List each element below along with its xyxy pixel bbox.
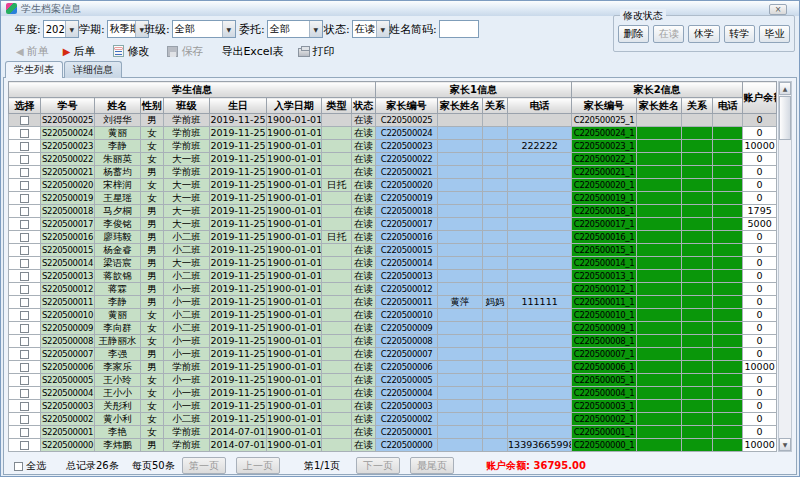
row-checkbox[interactable] — [20, 441, 29, 450]
table-row[interactable]: S220500024黄丽女学前班2019-11-251900-01-01在读C2… — [9, 127, 777, 140]
name-code-input[interactable] — [439, 20, 479, 38]
status-value: 在读 — [353, 22, 376, 36]
row-checkbox[interactable] — [20, 207, 29, 216]
row-checkbox[interactable] — [20, 246, 29, 255]
filter-trust: 委托: 全部 ▼ — [239, 20, 323, 38]
select-all-checkbox[interactable] — [14, 462, 23, 471]
trust-select[interactable]: 全部 ▼ — [267, 20, 323, 38]
row-checkbox[interactable] — [20, 285, 29, 294]
export-excel-button[interactable]: 导出Excel表 — [221, 44, 283, 59]
table-row[interactable]: S220500011李静男小一班2019-11-251900-01-01在读C2… — [9, 296, 777, 309]
cell-parent2-phone — [713, 322, 743, 335]
row-checkbox[interactable] — [20, 324, 29, 333]
name-code-label: 姓名简码: — [389, 22, 437, 37]
row-checkbox[interactable] — [20, 155, 29, 164]
cell-student-id: S220500000 — [41, 439, 95, 452]
close-icon[interactable]: × — [769, 4, 787, 15]
next-doc-button[interactable]: ▶ 后单 — [63, 44, 96, 59]
row-checkbox[interactable] — [20, 194, 29, 203]
print-button[interactable]: 打印 — [298, 44, 335, 59]
table-row[interactable]: S220500006李家乐男学前班2019-11-251900-01-01在读C… — [9, 361, 777, 374]
chevron-down-icon[interactable]: ▼ — [376, 21, 389, 37]
row-checkbox[interactable] — [20, 402, 29, 411]
table-row[interactable]: S220500015杨金睿男小二班2019-11-251900-01-01在读C… — [9, 244, 777, 257]
cell-gender: 男 — [141, 296, 164, 309]
scroll-down-icon[interactable]: ▼ — [779, 438, 791, 451]
cell-balance: 10000 — [743, 361, 777, 374]
status-select[interactable]: 在读 ▼ — [352, 20, 390, 38]
chevron-down-icon[interactable]: ▼ — [309, 21, 322, 37]
cell-status: 在读 — [352, 153, 376, 166]
row-checkbox[interactable] — [20, 220, 29, 229]
class-select[interactable]: 全部 ▼ — [172, 20, 236, 38]
table-row[interactable]: S220500010黄丽女小二班2019-11-251900-01-01在读C2… — [9, 309, 777, 322]
cell-parent1-id: C220500017 — [376, 218, 438, 231]
semester-select[interactable]: 秋季期 ▼ — [107, 20, 149, 38]
tab-student-list[interactable]: 学生列表 — [5, 61, 63, 78]
cell-parent2-id: C220500014_1 — [572, 257, 637, 270]
total-balance-value: 36795.00 — [533, 460, 586, 471]
cell-enroll-date: 1900-01-01 — [267, 244, 322, 257]
row-checkbox[interactable] — [20, 376, 29, 385]
table-row[interactable]: S220500002黄小利女小二班2019-11-251900-01-01在读C… — [9, 413, 777, 426]
table-row[interactable]: S220500001李艳女学前班2014-07-011900-01-01在读C2… — [9, 426, 777, 439]
cell-parent1-phone: 13393665998 — [508, 439, 572, 452]
row-checkbox[interactable] — [20, 168, 29, 177]
table-row[interactable]: S220500007李强男小一班2019-11-251900-01-01在读C2… — [9, 348, 777, 361]
table-row[interactable]: S220500013蒋歆锦男小二班2019-11-251900-01-01在读C… — [9, 270, 777, 283]
row-checkbox[interactable] — [20, 181, 29, 190]
cell-name: 黄丽 — [95, 309, 141, 322]
cell-type — [322, 322, 352, 335]
row-checkbox[interactable] — [20, 363, 29, 372]
vertical-scrollbar[interactable]: ▲ ▼ — [778, 81, 792, 452]
row-checkbox[interactable] — [20, 129, 29, 138]
cell-class: 学前班 — [164, 140, 210, 153]
table-row[interactable]: S220500020宋梓润女大一班2019-11-251900-01-01日托在… — [9, 179, 777, 192]
tab-detail-info[interactable]: 详细信息 — [64, 61, 122, 78]
table-row[interactable]: S220500022朱丽英女大一班2019-11-251900-01-01在读C… — [9, 153, 777, 166]
row-checkbox[interactable] — [20, 233, 29, 242]
cell-parent2-relation — [682, 439, 713, 452]
scrollbar-thumb[interactable] — [779, 96, 791, 140]
table-row[interactable]: S220500009李向群女小二班2019-11-251900-01-01在读C… — [9, 322, 777, 335]
row-checkbox[interactable] — [20, 259, 29, 268]
table-row[interactable]: S220500000李炜鹏男学前班2014-07-011900-01-01在读C… — [9, 439, 777, 452]
table-row[interactable]: S220500025刘得华男学前班2019-11-251900-01-01在读C… — [9, 114, 777, 127]
row-checkbox[interactable] — [20, 116, 29, 125]
table-row[interactable]: S220500005王小玲女小一班2019-11-251900-01-01在读C… — [9, 374, 777, 387]
cell-parent2-id: C220500011_1 — [572, 296, 637, 309]
table-row[interactable]: S220500008王静丽水女小一班2019-11-251900-01-01在读… — [9, 335, 777, 348]
row-checkbox[interactable] — [20, 389, 29, 398]
table-row[interactable]: S220500017李俊铭男大一班2019-11-251900-01-01在读C… — [9, 218, 777, 231]
row-checkbox[interactable] — [20, 311, 29, 320]
table-row[interactable]: S220500021杨蓄均男学前班2019-11-251900-01-01在读C… — [9, 166, 777, 179]
table-row[interactable]: S220500004王小小女小一班2019-11-251900-01-01在读C… — [9, 387, 777, 400]
row-checkbox[interactable] — [20, 337, 29, 346]
table-row[interactable]: S220500016廖玮毅男小二班2019-11-251900-01-01日托在… — [9, 231, 777, 244]
cell-enroll-date: 1900-01-01 — [267, 166, 322, 179]
table-row[interactable]: S220500014梁语宸男大一班2019-11-251900-01-01在读C… — [9, 257, 777, 270]
table-row[interactable]: S220500003关彤利女小一班2019-11-251900-01-01在读C… — [9, 400, 777, 413]
row-checkbox[interactable] — [20, 298, 29, 307]
row-checkbox[interactable] — [20, 350, 29, 359]
cell-parent1-id: C220500023 — [376, 140, 438, 153]
chevron-down-icon[interactable]: ▼ — [222, 21, 235, 37]
table-row[interactable]: S220500018马夕桐男大一班2019-11-251900-01-01在读C… — [9, 205, 777, 218]
scroll-up-icon[interactable]: ▲ — [779, 82, 791, 95]
row-checkbox[interactable] — [20, 415, 29, 424]
table-row[interactable]: S220500012蒋霖男小一班2019-11-251900-01-01在读C2… — [9, 283, 777, 296]
chevron-down-icon[interactable]: ▼ — [65, 21, 78, 37]
table-row[interactable]: S220500019王星瑶女大一班2019-11-251900-01-01在读C… — [9, 192, 777, 205]
row-checkbox[interactable] — [20, 272, 29, 281]
row-checkbox[interactable] — [20, 142, 29, 151]
column-header-6: 入学日期 — [267, 98, 322, 114]
year-select[interactable]: 2021 ▼ — [43, 20, 79, 38]
select-all-control[interactable]: 全选 — [14, 459, 46, 473]
cell-balance: 0 — [743, 374, 777, 387]
row-checkbox[interactable] — [20, 428, 29, 437]
table-row[interactable]: S220500023李静女学前班2019-11-251900-01-01在读C2… — [9, 140, 777, 153]
prev-doc-label: 前单 — [27, 44, 49, 59]
cell-status: 在读 — [352, 114, 376, 127]
cell-status: 在读 — [352, 296, 376, 309]
edit-button[interactable]: 修改 — [113, 44, 149, 59]
